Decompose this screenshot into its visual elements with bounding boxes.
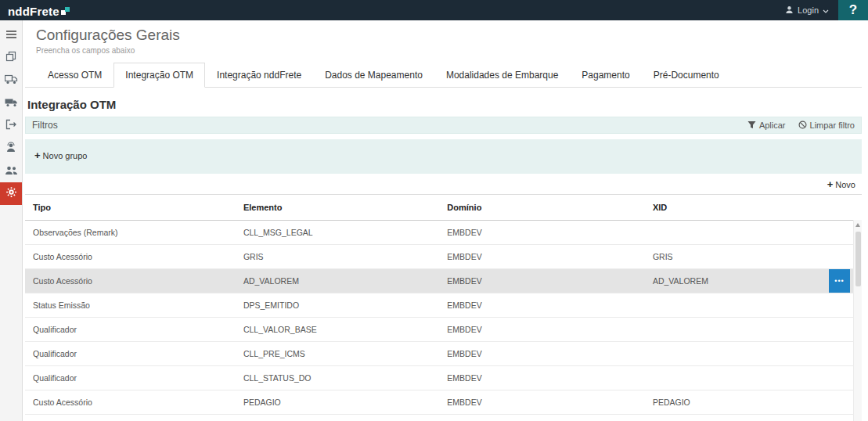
page-subtitle: Preencha os campos abaixo bbox=[36, 46, 862, 55]
tab-pr-documento[interactable]: Pré-Documento bbox=[642, 63, 731, 88]
data-table: TipoElementoDomínioXID Observações (Rema… bbox=[25, 194, 862, 421]
cell-tipo: Qualificador bbox=[30, 318, 240, 341]
cell-elemento: CLL_MSG_LEGAL bbox=[240, 221, 444, 244]
cell-tipo: Custo Acessório bbox=[30, 269, 240, 293]
column-header-xid: XID bbox=[650, 195, 862, 220]
filters-label: Filtros bbox=[32, 120, 58, 131]
row-actions-button[interactable]: ••• bbox=[829, 269, 850, 293]
cell-elemento: GRIS bbox=[240, 245, 444, 268]
table-row[interactable]: Observações (Remark)CLL_MSG_LEGALEMBDEV bbox=[25, 221, 862, 245]
section-title: Integração OTM bbox=[27, 98, 862, 111]
chevron-down-icon bbox=[823, 5, 829, 15]
cell-dominio: EMBDEV bbox=[444, 342, 650, 365]
truck-solid-icon bbox=[5, 96, 18, 110]
new-button[interactable]: + Novo bbox=[827, 179, 855, 189]
brand-text: nddFrete bbox=[8, 5, 59, 17]
cell-tipo: Custo Acessório bbox=[30, 245, 240, 268]
table-row[interactable]: QualificadorCLL_PRE_ICMSEMBDEV bbox=[25, 342, 862, 366]
column-header-dominio: Domínio bbox=[444, 195, 650, 220]
cell-tipo: Status Emissão bbox=[30, 293, 240, 317]
tab-integra-o-nddfrete[interactable]: Integração nddFrete bbox=[205, 63, 313, 88]
scrollbar-thumb[interactable] bbox=[855, 232, 861, 286]
cell-xid: GRIS bbox=[650, 245, 862, 268]
tab-integra-o-otm[interactable]: Integração OTM bbox=[113, 63, 205, 88]
login-button[interactable]: Login bbox=[776, 0, 838, 20]
tab-pagamento[interactable]: Pagamento bbox=[570, 63, 641, 88]
tab-modalidades-de-embarque[interactable]: Modalidades de Embarque bbox=[434, 63, 570, 88]
funnel-icon bbox=[747, 121, 756, 131]
column-header-tipo: Tipo bbox=[30, 195, 240, 220]
plus-icon: + bbox=[34, 150, 41, 160]
brand-flag-icon bbox=[61, 5, 70, 17]
tab-bar: Acesso OTMIntegração OTMIntegração nddFr… bbox=[25, 63, 862, 88]
truck-outline-icon bbox=[5, 74, 18, 88]
cell-elemento: CLL_STATUS_DO bbox=[240, 366, 444, 390]
hamburger-menu-icon bbox=[5, 28, 17, 42]
cell-dominio: EMBDEV bbox=[444, 366, 650, 390]
ban-icon bbox=[798, 121, 807, 131]
new-group-label: Novo grupo bbox=[43, 151, 88, 160]
cell-elemento: DPS_EMITIDO bbox=[240, 293, 444, 317]
cell-xid bbox=[650, 342, 862, 365]
new-group-button[interactable]: + Novo grupo bbox=[34, 150, 87, 160]
page-header: Configurações Gerais Preencha os campos … bbox=[36, 27, 862, 55]
sidebar-item-settings[interactable] bbox=[0, 182, 22, 205]
sidebar-item-support[interactable] bbox=[0, 137, 22, 160]
cell-tipo: Qualificador bbox=[30, 366, 240, 390]
help-button[interactable]: ? bbox=[838, 0, 868, 20]
cell-dominio: EMBDEV bbox=[444, 318, 650, 341]
table-row[interactable]: Status EmissãoDPS_EMITIDOEMBDEV bbox=[25, 293, 862, 318]
cell-elemento: CLL_PRE_ICMS bbox=[240, 342, 444, 365]
cell-elemento: PEDAGIO bbox=[240, 390, 444, 414]
sidebar-item-users[interactable] bbox=[0, 160, 22, 182]
table-row[interactable]: QualificadorCLL_VALOR_BASEEMBDEV bbox=[25, 318, 862, 342]
new-row: + Novo bbox=[25, 174, 862, 194]
cell-elemento: CLL_VALOR_BASE bbox=[240, 318, 444, 341]
table-row[interactable]: Custo AcessórioAD_VALOREMEMBDEVAD_VALORE… bbox=[25, 269, 862, 293]
support-headset-icon bbox=[5, 142, 16, 156]
cell-dominio: EMBDEV bbox=[444, 293, 650, 317]
sidebar-item-freight[interactable] bbox=[0, 69, 22, 92]
table-row[interactable]: Custo AcessórioGRISEMBDEVGRIS bbox=[25, 245, 862, 269]
plus-icon: + bbox=[827, 179, 834, 189]
cell-tipo: Qualificador bbox=[30, 342, 240, 365]
column-header-elemento: Elemento bbox=[240, 195, 444, 220]
table-header: TipoElementoDomínioXID bbox=[25, 195, 862, 221]
clear-filter-label: Limpar filtro bbox=[810, 121, 855, 130]
copy-pages-icon bbox=[5, 51, 16, 65]
cell-elemento: AD_VALOREM bbox=[240, 269, 444, 293]
cell-dominio: EMBDEV bbox=[444, 269, 650, 293]
table-body: Observações (Remark)CLL_MSG_LEGALEMBDEVC… bbox=[25, 221, 862, 415]
sidebar-item-documents[interactable] bbox=[0, 46, 22, 69]
sidebar-item-export[interactable] bbox=[0, 114, 22, 137]
apply-filter-button[interactable]: Aplicar bbox=[747, 121, 786, 131]
sidebar-item-fleet[interactable] bbox=[0, 92, 22, 114]
tab-acesso-otm[interactable]: Acesso OTM bbox=[36, 63, 113, 88]
clear-filter-button[interactable]: Limpar filtro bbox=[798, 121, 855, 131]
table-row[interactable]: QualificadorCLL_STATUS_DOEMBDEV bbox=[25, 366, 862, 390]
table-row[interactable]: Custo AcessórioPEDAGIOEMBDEVPEDAGIO bbox=[25, 390, 862, 415]
sidebar bbox=[0, 20, 23, 421]
sidebar-item-menu[interactable] bbox=[0, 23, 22, 46]
scroll-up-arrow-icon[interactable] bbox=[855, 223, 860, 227]
new-group-panel: + Novo grupo bbox=[25, 139, 862, 174]
filters-bar: Filtros Aplicar Limpar filtro bbox=[25, 117, 862, 134]
main-content: Configurações Gerais Preencha os campos … bbox=[23, 20, 868, 421]
user-icon bbox=[785, 5, 794, 16]
cell-dominio: EMBDEV bbox=[444, 390, 650, 414]
tab-dados-de-mapeamento[interactable]: Dados de Mapeamento bbox=[313, 63, 434, 88]
cell-xid bbox=[650, 318, 862, 341]
table-scrollbar[interactable] bbox=[853, 220, 862, 421]
cell-tipo: Custo Acessório bbox=[30, 390, 240, 414]
cell-dominio: EMBDEV bbox=[444, 245, 650, 268]
users-icon bbox=[5, 164, 18, 178]
cell-xid bbox=[650, 293, 862, 317]
login-label: Login bbox=[798, 5, 819, 15]
cell-xid bbox=[650, 366, 862, 390]
new-label: Novo bbox=[835, 180, 855, 189]
cell-xid: PEDAGIO bbox=[650, 390, 862, 414]
cell-xid bbox=[650, 221, 862, 244]
brand-logo: nddFrete bbox=[8, 3, 70, 17]
topbar: nddFrete Login ? bbox=[0, 0, 868, 20]
cell-tipo: Observações (Remark) bbox=[30, 221, 240, 244]
